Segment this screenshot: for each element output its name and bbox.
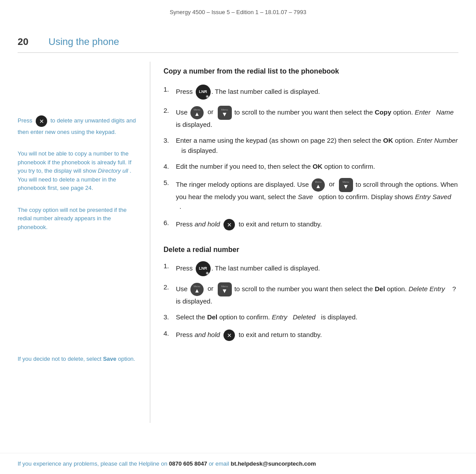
step-2-1: 1. Press LNR◉ . The last number called i… [164, 261, 458, 276]
step-1-4: 4. Edit the number if you need to, then … [164, 162, 458, 172]
footer-phone: 0870 605 8047 [169, 460, 207, 467]
section2-title: Delete a redial number [164, 244, 458, 255]
left-note-1: Press ✕ to delete any unwanted digits an… [18, 115, 141, 137]
section1-steps: 1. Press LNR◉ . The last number called i… [164, 85, 458, 231]
main-content: Press ✕ to delete any unwanted digits an… [0, 53, 476, 423]
or-text-1: or [208, 108, 213, 115]
or-text-3: or [208, 285, 213, 292]
step-1-5: 5. The ringer melody options are display… [164, 178, 458, 212]
step-2-4: 4. Press and hold ✕ to exit and return t… [164, 329, 458, 342]
lnr-button-1: LNR◉ [196, 85, 211, 100]
step-num: 1. [164, 85, 176, 95]
page: Synergy 4500 – Issue 5 – Edition 1 – 18.… [0, 0, 476, 474]
left-column: Press ✕ to delete any unwanted digits an… [18, 62, 150, 423]
left-note-4-text: If you decide not to delete, select Save… [18, 356, 135, 362]
page-number: 20 [18, 34, 35, 49]
step-text: Press and hold ✕ to exit and return to s… [176, 218, 458, 231]
svg-text:✕: ✕ [39, 118, 44, 125]
step-num: 6. [164, 218, 176, 228]
footer-text-pre: If you experience any problems, please c… [18, 460, 169, 467]
step-num: 1. [164, 261, 176, 271]
section1-title: Copy a number from the redial list to th… [164, 66, 458, 77]
step-num: 3. [164, 136, 176, 146]
top-bar: Synergy 4500 – Issue 5 – Edition 1 – 18.… [0, 0, 476, 21]
footer-email: bt.helpdesk@suncorptech.com [231, 460, 316, 467]
step-num: 5. [164, 178, 176, 188]
or-text-2: or [329, 180, 335, 188]
page-title: Using the phone [48, 34, 119, 49]
left-note-4: If you decide not to delete, select Save… [18, 355, 141, 363]
step-1-3: 3. Enter a name using the keypad (as sho… [164, 136, 458, 156]
menu-down-icon-2: Menu ▼ [339, 178, 353, 192]
menu-down-icon-3: Menu ▼ [218, 282, 232, 296]
menu-down-icon-1: Menu ▼ [218, 106, 232, 120]
lnr-button-2: LNR◉ [196, 261, 211, 276]
step-num: 4. [164, 162, 176, 172]
step-1-6: 6. Press and hold ✕ to exit and return t… [164, 218, 458, 231]
svg-text:✕: ✕ [227, 332, 232, 339]
left-note-3-text: The copy option will not be presented if… [18, 207, 126, 230]
footer-bar: If you experience any problems, please c… [0, 453, 476, 474]
step-text: Enter a name using the keypad (as shown … [176, 136, 458, 156]
svg-text:✕: ✕ [227, 222, 232, 228]
delete-icon: ✕ [35, 115, 48, 128]
header-section: 20 Using the phone [0, 26, 476, 49]
footer-text-mid: or email [207, 460, 231, 467]
step-num: 4. [164, 329, 176, 339]
menu-up-icon-3: Menu ▲ [190, 283, 204, 296]
top-bar-text: Synergy 4500 – Issue 5 – Edition 1 – 18.… [170, 9, 306, 15]
step-1-2: 2. Use Menu ▲ or Menu [164, 106, 458, 130]
step-text: The ringer melody options are displayed.… [176, 178, 458, 212]
left-note-2: You will not be able to copy a number to… [18, 149, 141, 193]
section2-steps: 1. Press LNR◉ . The last number called i… [164, 261, 458, 342]
step-1-1: 1. Press LNR◉ . The last number called i… [164, 85, 458, 100]
menu-up-icon-2: Menu ▲ [312, 178, 325, 192]
left-note-2-text: You will not be able to copy a number to… [18, 150, 131, 191]
delete-icon-2: ✕ [223, 218, 236, 231]
menu-up-icon-1: Menu ▲ [190, 106, 204, 119]
step-text: Edit the number if you need to, then sel… [176, 162, 458, 172]
step-text: Press LNR◉ . The last number called is d… [176, 261, 458, 276]
step-2-3: 3. Select the Del option to confirm. Ent… [164, 312, 458, 322]
right-column: Copy a number from the redial list to th… [150, 62, 458, 423]
step-text: Use Menu ▲ or Menu ▼ [176, 106, 458, 130]
step-num: 3. [164, 312, 176, 322]
left-note-1-text: Press ✕ to delete any unwanted digits an… [18, 117, 136, 135]
step-num: 2. [164, 106, 176, 116]
step-text: Press and hold ✕ to exit and return to s… [176, 329, 458, 342]
step-2-2: 2. Use Menu ▲ or Menu [164, 282, 458, 307]
step-text: Press LNR◉ . The last number called is d… [176, 85, 458, 100]
step-num: 2. [164, 282, 176, 293]
left-note-3: The copy option will not be presented if… [18, 206, 141, 232]
step-text: Use Menu ▲ or Menu ▼ [176, 282, 458, 307]
step-text: Select the Del option to confirm. Entry … [176, 312, 458, 322]
delete-icon-3: ✕ [223, 329, 236, 342]
